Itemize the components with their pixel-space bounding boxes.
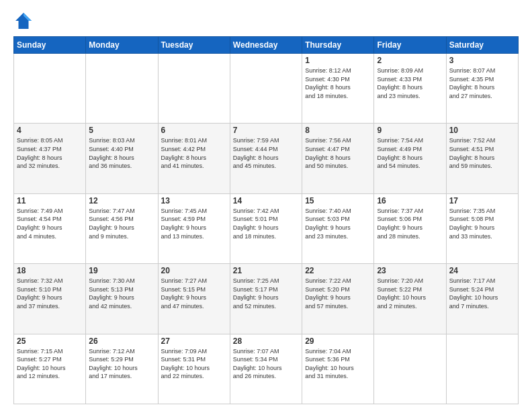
day-number: 7 — [233, 126, 299, 135]
day-number: 8 — [305, 126, 371, 135]
day-number: 4 — [17, 126, 83, 135]
header-thursday: Thursday — [302, 37, 374, 54]
day-info: Sunrise: 7:54 AM Sunset: 4:49 PM Dayligh… — [377, 136, 443, 170]
day-number: 3 — [449, 56, 515, 65]
day-number: 5 — [89, 126, 154, 135]
day-info: Sunrise: 8:07 AM Sunset: 4:35 PM Dayligh… — [449, 66, 515, 100]
day-number: 11 — [17, 196, 83, 205]
calendar-cell: 3Sunrise: 8:07 AM Sunset: 4:35 PM Daylig… — [446, 54, 518, 124]
header-saturday: Saturday — [446, 37, 518, 54]
header-wednesday: Wednesday — [230, 37, 302, 54]
day-info: Sunrise: 8:12 AM Sunset: 4:30 PM Dayligh… — [305, 66, 371, 100]
day-info: Sunrise: 7:52 AM Sunset: 4:51 PM Dayligh… — [449, 136, 515, 170]
calendar-cell: 16Sunrise: 7:37 AM Sunset: 5:06 PM Dayli… — [374, 193, 446, 263]
calendar-cell: 6Sunrise: 8:01 AM Sunset: 4:42 PM Daylig… — [158, 124, 230, 193]
calendar-cell: 26Sunrise: 7:12 AM Sunset: 5:29 PM Dayli… — [86, 334, 158, 404]
week-row-2: 4Sunrise: 8:05 AM Sunset: 4:37 PM Daylig… — [14, 124, 519, 193]
header-sunday: Sunday — [14, 37, 86, 54]
week-row-3: 11Sunrise: 7:49 AM Sunset: 4:54 PM Dayli… — [14, 193, 519, 263]
day-number: 27 — [161, 336, 227, 346]
calendar-cell: 27Sunrise: 7:09 AM Sunset: 5:31 PM Dayli… — [158, 334, 230, 404]
day-number: 16 — [377, 196, 443, 205]
calendar-cell: 13Sunrise: 7:45 AM Sunset: 4:59 PM Dayli… — [158, 193, 230, 263]
calendar-cell: 20Sunrise: 7:27 AM Sunset: 5:15 PM Dayli… — [158, 264, 230, 334]
day-number: 12 — [89, 196, 154, 205]
calendar-cell: 1Sunrise: 8:12 AM Sunset: 4:30 PM Daylig… — [302, 54, 374, 124]
header-friday: Friday — [374, 37, 446, 54]
day-info: Sunrise: 7:15 AM Sunset: 5:27 PM Dayligh… — [17, 347, 83, 381]
day-number: 18 — [17, 266, 83, 275]
calendar-cell: 28Sunrise: 7:07 AM Sunset: 5:34 PM Dayli… — [230, 334, 302, 404]
day-info: Sunrise: 7:35 AM Sunset: 5:08 PM Dayligh… — [449, 207, 515, 240]
day-info: Sunrise: 7:25 AM Sunset: 5:17 PM Dayligh… — [233, 277, 299, 310]
day-info: Sunrise: 7:12 AM Sunset: 5:29 PM Dayligh… — [89, 347, 154, 381]
calendar-cell: 18Sunrise: 7:32 AM Sunset: 5:10 PM Dayli… — [14, 264, 86, 334]
calendar-cell — [86, 54, 158, 124]
logo — [13, 11, 36, 31]
calendar-cell: 9Sunrise: 7:54 AM Sunset: 4:49 PM Daylig… — [374, 124, 446, 193]
day-info: Sunrise: 7:49 AM Sunset: 4:54 PM Dayligh… — [17, 207, 83, 240]
day-info: Sunrise: 7:56 AM Sunset: 4:47 PM Dayligh… — [305, 136, 371, 170]
page: SundayMondayTuesdayWednesdayThursdayFrid… — [0, 0, 532, 411]
calendar-cell: 8Sunrise: 7:56 AM Sunset: 4:47 PM Daylig… — [302, 124, 374, 193]
calendar-cell: 12Sunrise: 7:47 AM Sunset: 4:56 PM Dayli… — [86, 193, 158, 263]
calendar-cell: 29Sunrise: 7:04 AM Sunset: 5:36 PM Dayli… — [302, 334, 374, 404]
calendar-cell: 7Sunrise: 7:59 AM Sunset: 4:44 PM Daylig… — [230, 124, 302, 193]
day-info: Sunrise: 7:47 AM Sunset: 4:56 PM Dayligh… — [89, 207, 154, 240]
day-info: Sunrise: 7:04 AM Sunset: 5:36 PM Dayligh… — [305, 347, 371, 381]
day-number: 9 — [377, 126, 443, 135]
header-area — [13, 11, 519, 31]
week-row-4: 18Sunrise: 7:32 AM Sunset: 5:10 PM Dayli… — [14, 264, 519, 334]
week-row-1: 1Sunrise: 8:12 AM Sunset: 4:30 PM Daylig… — [14, 54, 519, 124]
day-info: Sunrise: 7:32 AM Sunset: 5:10 PM Dayligh… — [17, 277, 83, 310]
day-info: Sunrise: 8:03 AM Sunset: 4:40 PM Dayligh… — [89, 136, 154, 170]
calendar-cell — [14, 54, 86, 124]
calendar-cell: 23Sunrise: 7:20 AM Sunset: 5:22 PM Dayli… — [374, 264, 446, 334]
day-number: 25 — [17, 336, 83, 346]
day-info: Sunrise: 7:30 AM Sunset: 5:13 PM Dayligh… — [89, 277, 154, 310]
calendar-cell — [230, 54, 302, 124]
day-number: 24 — [449, 266, 515, 275]
calendar-cell: 17Sunrise: 7:35 AM Sunset: 5:08 PM Dayli… — [446, 193, 518, 263]
day-number: 10 — [449, 126, 515, 135]
day-number: 13 — [161, 196, 227, 205]
calendar-cell: 14Sunrise: 7:42 AM Sunset: 5:01 PM Dayli… — [230, 193, 302, 263]
calendar-cell: 15Sunrise: 7:40 AM Sunset: 5:03 PM Dayli… — [302, 193, 374, 263]
day-number: 14 — [233, 196, 299, 205]
day-number: 6 — [161, 126, 227, 135]
header-monday: Monday — [86, 37, 158, 54]
day-info: Sunrise: 8:01 AM Sunset: 4:42 PM Dayligh… — [161, 136, 227, 170]
day-number: 2 — [377, 56, 443, 65]
day-number: 1 — [305, 56, 371, 65]
calendar-cell: 22Sunrise: 7:22 AM Sunset: 5:20 PM Dayli… — [302, 264, 374, 334]
day-number: 26 — [89, 336, 154, 346]
calendar-cell — [446, 334, 518, 404]
day-number: 20 — [161, 266, 227, 275]
calendar-cell: 2Sunrise: 8:09 AM Sunset: 4:33 PM Daylig… — [374, 54, 446, 124]
calendar-header-row: SundayMondayTuesdayWednesdayThursdayFrid… — [14, 37, 519, 54]
day-info: Sunrise: 7:40 AM Sunset: 5:03 PM Dayligh… — [305, 207, 371, 240]
calendar-cell: 19Sunrise: 7:30 AM Sunset: 5:13 PM Dayli… — [86, 264, 158, 334]
header-tuesday: Tuesday — [158, 37, 230, 54]
day-info: Sunrise: 7:45 AM Sunset: 4:59 PM Dayligh… — [161, 207, 227, 240]
calendar-cell: 5Sunrise: 8:03 AM Sunset: 4:40 PM Daylig… — [86, 124, 158, 193]
day-number: 28 — [233, 336, 299, 346]
day-info: Sunrise: 8:09 AM Sunset: 4:33 PM Dayligh… — [377, 66, 443, 100]
day-number: 17 — [449, 196, 515, 205]
day-info: Sunrise: 7:17 AM Sunset: 5:24 PM Dayligh… — [449, 277, 515, 310]
calendar: SundayMondayTuesdayWednesdayThursdayFrid… — [13, 36, 519, 404]
day-info: Sunrise: 7:09 AM Sunset: 5:31 PM Dayligh… — [161, 347, 227, 381]
calendar-cell: 11Sunrise: 7:49 AM Sunset: 4:54 PM Dayli… — [14, 193, 86, 263]
calendar-cell: 25Sunrise: 7:15 AM Sunset: 5:27 PM Dayli… — [14, 334, 86, 404]
day-number: 15 — [305, 196, 371, 205]
calendar-cell: 4Sunrise: 8:05 AM Sunset: 4:37 PM Daylig… — [14, 124, 86, 193]
day-info: Sunrise: 7:22 AM Sunset: 5:20 PM Dayligh… — [305, 277, 371, 310]
day-info: Sunrise: 7:37 AM Sunset: 5:06 PM Dayligh… — [377, 207, 443, 240]
logo-icon — [13, 11, 34, 31]
day-number: 19 — [89, 266, 154, 275]
calendar-cell — [158, 54, 230, 124]
day-info: Sunrise: 7:42 AM Sunset: 5:01 PM Dayligh… — [233, 207, 299, 240]
day-info: Sunrise: 7:07 AM Sunset: 5:34 PM Dayligh… — [233, 347, 299, 381]
day-info: Sunrise: 7:59 AM Sunset: 4:44 PM Dayligh… — [233, 136, 299, 170]
calendar-cell: 24Sunrise: 7:17 AM Sunset: 5:24 PM Dayli… — [446, 264, 518, 334]
